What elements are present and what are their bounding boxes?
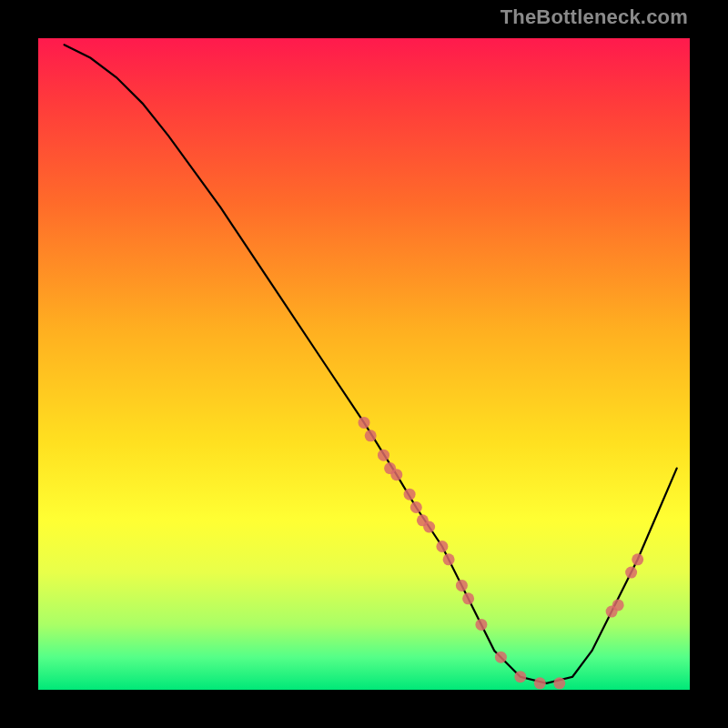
data-point — [612, 599, 624, 611]
watermark-text: TheBottleneck.com — [500, 5, 688, 29]
data-point — [410, 501, 422, 513]
chart-frame: { "watermark": "TheBottleneck.com", "cha… — [0, 0, 728, 728]
data-point — [632, 553, 643, 565]
data-point — [553, 677, 565, 689]
data-point — [514, 671, 526, 682]
data-point — [495, 652, 507, 663]
data-point — [475, 619, 487, 631]
chart-svg — [38, 38, 690, 690]
data-point — [404, 489, 416, 500]
data-points-group — [359, 417, 644, 689]
data-point — [359, 417, 370, 429]
data-point — [534, 677, 546, 689]
data-point — [378, 450, 389, 461]
bottleneck-curve — [65, 45, 677, 683]
data-point — [443, 553, 455, 565]
data-point — [365, 430, 377, 441]
data-point — [462, 592, 474, 604]
data-point — [390, 469, 402, 480]
data-point — [456, 580, 468, 592]
data-point — [625, 567, 637, 579]
data-point — [436, 541, 448, 552]
data-point — [423, 521, 435, 533]
